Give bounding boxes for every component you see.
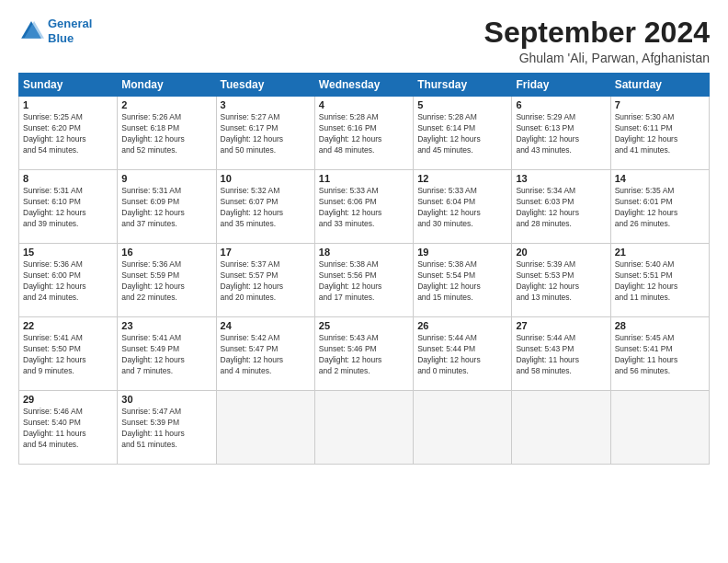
day-info: Sunrise: 5:41 AM Sunset: 5:49 PM Dayligh… xyxy=(121,333,211,377)
col-friday: Friday xyxy=(512,74,610,97)
col-tuesday: Tuesday xyxy=(216,74,314,97)
table-row xyxy=(216,391,314,465)
day-info: Sunrise: 5:38 AM Sunset: 5:54 PM Dayligh… xyxy=(417,259,507,304)
table-row xyxy=(512,391,610,465)
day-info: Sunrise: 5:33 AM Sunset: 6:04 PM Dayligh… xyxy=(417,186,507,230)
day-info: Sunrise: 5:36 AM Sunset: 6:00 PM Dayligh… xyxy=(23,259,113,304)
day-number: 2 xyxy=(121,99,211,110)
day-number: 24 xyxy=(221,320,311,331)
day-info: Sunrise: 5:42 AM Sunset: 5:47 PM Dayligh… xyxy=(221,333,311,377)
day-info: Sunrise: 5:47 AM Sunset: 5:39 PM Dayligh… xyxy=(121,407,211,451)
table-row xyxy=(610,391,709,465)
day-info: Sunrise: 5:31 AM Sunset: 6:09 PM Dayligh… xyxy=(121,186,211,230)
calendar-row: 22 Sunrise: 5:41 AM Sunset: 5:50 PM Dayl… xyxy=(19,317,710,391)
day-number: 1 xyxy=(23,99,113,110)
day-number: 12 xyxy=(417,173,507,184)
table-row: 12 Sunrise: 5:33 AM Sunset: 6:04 PM Dayl… xyxy=(414,170,512,244)
month-title: September 2024 xyxy=(484,17,710,49)
calendar-row: 1 Sunrise: 5:25 AM Sunset: 6:20 PM Dayli… xyxy=(19,97,710,170)
day-info: Sunrise: 5:31 AM Sunset: 6:10 PM Dayligh… xyxy=(23,186,113,230)
table-row: 16 Sunrise: 5:36 AM Sunset: 5:59 PM Dayl… xyxy=(118,244,216,317)
day-info: Sunrise: 5:45 AM Sunset: 5:41 PM Dayligh… xyxy=(615,333,705,377)
day-number: 30 xyxy=(121,394,211,405)
day-number: 6 xyxy=(516,99,606,110)
day-number: 17 xyxy=(221,247,311,258)
table-row: 25 Sunrise: 5:43 AM Sunset: 5:46 PM Dayl… xyxy=(314,317,413,391)
page-header: General Blue September 2024 Ghulam 'Ali,… xyxy=(18,17,710,65)
day-info: Sunrise: 5:27 AM Sunset: 6:17 PM Dayligh… xyxy=(221,112,311,156)
location-subtitle: Ghulam 'Ali, Parwan, Afghanistan xyxy=(484,51,710,65)
table-row: 21 Sunrise: 5:40 AM Sunset: 5:51 PM Dayl… xyxy=(610,244,709,317)
day-number: 27 xyxy=(516,320,606,331)
table-row: 9 Sunrise: 5:31 AM Sunset: 6:09 PM Dayli… xyxy=(118,170,216,244)
day-info: Sunrise: 5:35 AM Sunset: 6:01 PM Dayligh… xyxy=(615,186,705,230)
calendar-row: 8 Sunrise: 5:31 AM Sunset: 6:10 PM Dayli… xyxy=(19,170,710,244)
day-number: 18 xyxy=(319,247,409,258)
col-wednesday: Wednesday xyxy=(314,74,413,97)
table-row: 24 Sunrise: 5:42 AM Sunset: 5:47 PM Dayl… xyxy=(216,317,314,391)
table-row: 8 Sunrise: 5:31 AM Sunset: 6:10 PM Dayli… xyxy=(19,170,118,244)
day-info: Sunrise: 5:25 AM Sunset: 6:20 PM Dayligh… xyxy=(23,112,113,156)
day-info: Sunrise: 5:38 AM Sunset: 5:56 PM Dayligh… xyxy=(319,259,409,304)
table-row: 10 Sunrise: 5:32 AM Sunset: 6:07 PM Dayl… xyxy=(216,170,314,244)
day-number: 23 xyxy=(121,320,211,331)
col-sunday: Sunday xyxy=(19,74,118,97)
col-monday: Monday xyxy=(118,74,216,97)
day-number: 11 xyxy=(319,173,409,184)
day-info: Sunrise: 5:28 AM Sunset: 6:16 PM Dayligh… xyxy=(319,112,409,156)
title-block: September 2024 Ghulam 'Ali, Parwan, Afgh… xyxy=(484,17,710,65)
table-row: 6 Sunrise: 5:29 AM Sunset: 6:13 PM Dayli… xyxy=(512,97,610,170)
table-row: 26 Sunrise: 5:44 AM Sunset: 5:44 PM Dayl… xyxy=(414,317,512,391)
day-number: 14 xyxy=(615,173,705,184)
day-info: Sunrise: 5:40 AM Sunset: 5:51 PM Dayligh… xyxy=(615,259,705,304)
day-info: Sunrise: 5:44 AM Sunset: 5:44 PM Dayligh… xyxy=(417,333,507,377)
table-row: 7 Sunrise: 5:30 AM Sunset: 6:11 PM Dayli… xyxy=(610,97,709,170)
col-saturday: Saturday xyxy=(610,74,709,97)
table-row: 20 Sunrise: 5:39 AM Sunset: 5:53 PM Dayl… xyxy=(512,244,610,317)
day-number: 15 xyxy=(23,247,113,258)
table-row: 15 Sunrise: 5:36 AM Sunset: 6:00 PM Dayl… xyxy=(19,244,118,317)
day-info: Sunrise: 5:43 AM Sunset: 5:46 PM Dayligh… xyxy=(319,333,409,377)
day-number: 10 xyxy=(221,173,311,184)
calendar-row: 15 Sunrise: 5:36 AM Sunset: 6:00 PM Dayl… xyxy=(19,244,710,317)
table-row: 19 Sunrise: 5:38 AM Sunset: 5:54 PM Dayl… xyxy=(414,244,512,317)
table-row: 18 Sunrise: 5:38 AM Sunset: 5:56 PM Dayl… xyxy=(314,244,413,317)
logo-icon xyxy=(18,18,44,44)
day-info: Sunrise: 5:46 AM Sunset: 5:40 PM Dayligh… xyxy=(23,407,113,451)
day-info: Sunrise: 5:41 AM Sunset: 5:50 PM Dayligh… xyxy=(23,333,113,377)
day-number: 16 xyxy=(121,247,211,258)
day-number: 21 xyxy=(615,247,705,258)
table-row: 28 Sunrise: 5:45 AM Sunset: 5:41 PM Dayl… xyxy=(610,317,709,391)
table-row xyxy=(414,391,512,465)
table-row: 23 Sunrise: 5:41 AM Sunset: 5:49 PM Dayl… xyxy=(118,317,216,391)
table-row: 3 Sunrise: 5:27 AM Sunset: 6:17 PM Dayli… xyxy=(216,97,314,170)
day-info: Sunrise: 5:44 AM Sunset: 5:43 PM Dayligh… xyxy=(516,333,606,377)
day-number: 8 xyxy=(23,173,113,184)
day-number: 9 xyxy=(121,173,211,184)
col-thursday: Thursday xyxy=(414,74,512,97)
calendar-page: General Blue September 2024 Ghulam 'Ali,… xyxy=(0,0,728,563)
logo-text: General Blue xyxy=(48,17,92,45)
day-number: 13 xyxy=(516,173,606,184)
day-info: Sunrise: 5:39 AM Sunset: 5:53 PM Dayligh… xyxy=(516,259,606,304)
table-row: 27 Sunrise: 5:44 AM Sunset: 5:43 PM Dayl… xyxy=(512,317,610,391)
calendar-row: 29 Sunrise: 5:46 AM Sunset: 5:40 PM Dayl… xyxy=(19,391,710,465)
table-row: 2 Sunrise: 5:26 AM Sunset: 6:18 PM Dayli… xyxy=(118,97,216,170)
calendar-table: Sunday Monday Tuesday Wednesday Thursday… xyxy=(18,73,710,465)
day-info: Sunrise: 5:26 AM Sunset: 6:18 PM Dayligh… xyxy=(121,112,211,156)
day-number: 4 xyxy=(319,99,409,110)
day-info: Sunrise: 5:29 AM Sunset: 6:13 PM Dayligh… xyxy=(516,112,606,156)
day-number: 28 xyxy=(615,320,705,331)
day-info: Sunrise: 5:36 AM Sunset: 5:59 PM Dayligh… xyxy=(121,259,211,304)
table-row: 13 Sunrise: 5:34 AM Sunset: 6:03 PM Dayl… xyxy=(512,170,610,244)
table-row: 4 Sunrise: 5:28 AM Sunset: 6:16 PM Dayli… xyxy=(314,97,413,170)
day-info: Sunrise: 5:33 AM Sunset: 6:06 PM Dayligh… xyxy=(319,186,409,230)
table-row: 30 Sunrise: 5:47 AM Sunset: 5:39 PM Dayl… xyxy=(118,391,216,465)
calendar-header-row: Sunday Monday Tuesday Wednesday Thursday… xyxy=(19,74,710,97)
day-number: 25 xyxy=(319,320,409,331)
day-info: Sunrise: 5:28 AM Sunset: 6:14 PM Dayligh… xyxy=(417,112,507,156)
table-row: 17 Sunrise: 5:37 AM Sunset: 5:57 PM Dayl… xyxy=(216,244,314,317)
table-row: 29 Sunrise: 5:46 AM Sunset: 5:40 PM Dayl… xyxy=(19,391,118,465)
logo: General Blue xyxy=(18,17,92,45)
day-number: 26 xyxy=(417,320,507,331)
